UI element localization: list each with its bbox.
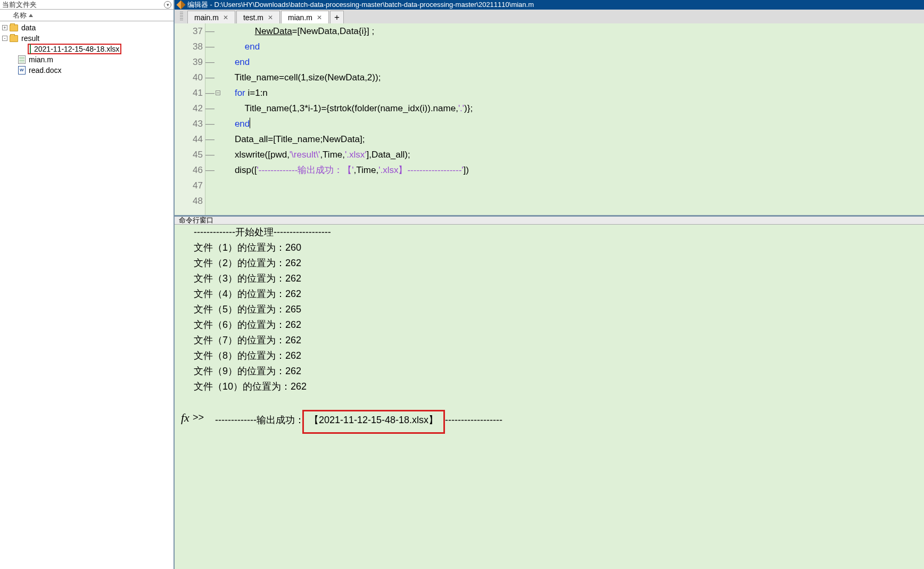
file-name: mian.m xyxy=(29,55,53,64)
current-folder-title: 当前文件夹 xyxy=(2,0,37,10)
command-output-line: -------------开始处理------------------ xyxy=(194,225,924,240)
file-item[interactable]: read.docx xyxy=(0,65,174,76)
expander-icon[interactable]: + xyxy=(2,25,7,30)
tab-label: test.m xyxy=(243,13,263,22)
breakpoint-column[interactable]: —————————— xyxy=(205,23,214,215)
fold-column[interactable] xyxy=(214,23,221,215)
editor-tab[interactable]: test.m✕ xyxy=(236,11,280,23)
editor-title-text: 编辑器 - D:\Users\HY\Downloads\batch-data-p… xyxy=(187,0,534,10)
file-tree[interactable]: +data-result2021-11-12-15-48-18.xlsxmian… xyxy=(0,21,174,569)
command-output-line: 文件（7）的位置为：262 xyxy=(194,333,924,348)
code-line[interactable]: Title_name(1,3*i-1)={strtok(folder(name_… xyxy=(225,101,924,116)
tab-label: main.m xyxy=(194,13,219,22)
command-output-line: 文件（5）的位置为：265 xyxy=(194,302,924,317)
editor-tab[interactable]: main.m✕ xyxy=(187,11,235,23)
editor-tab-bar: main.m✕test.m✕mian.m✕ + xyxy=(175,10,924,23)
code-line[interactable]: disp(['-------------输出成功：【',Time,'.xlsx】… xyxy=(225,162,924,178)
command-output-line: 文件（2）的位置为：262 xyxy=(194,255,924,271)
code-line[interactable] xyxy=(225,193,924,209)
command-window[interactable]: -------------开始处理------------------文件（1）… xyxy=(175,225,924,569)
code-editor[interactable]: 373839404142434445464748 —————————— NewD… xyxy=(175,23,924,215)
line-gutter: 373839404142434445464748 xyxy=(175,23,205,215)
col-name-label: 名称 xyxy=(13,11,27,20)
code-line[interactable]: NewData=[NewData,Data{i}] ; xyxy=(225,23,924,39)
code-area[interactable]: NewData=[NewData,Data{i}] ; end end Titl… xyxy=(221,23,924,215)
command-window-title: 命令行窗口 xyxy=(179,216,213,225)
editor-title-bar: 编辑器 - D:\Users\HY\Downloads\batch-data-p… xyxy=(175,0,924,10)
command-prompt[interactable]: fx >> xyxy=(181,410,911,425)
tab-grip-icon[interactable] xyxy=(180,12,183,21)
folder-name: data xyxy=(21,23,36,32)
folder-icon xyxy=(10,24,18,31)
command-window-title-bar: 命令行窗口 xyxy=(175,215,924,225)
command-output-line: 文件（1）的位置为：260 xyxy=(194,240,924,255)
code-line[interactable]: end xyxy=(225,54,924,70)
command-output-line: 文件（10）的位置为：262 xyxy=(194,379,924,394)
xlsx-file-icon xyxy=(30,44,31,54)
prompt-symbol: >> xyxy=(193,410,204,425)
current-folder-panel: 当前文件夹 ▾ 名称 +data-result2021-11-12-15-48-… xyxy=(0,0,175,569)
command-output-line: 文件（4）的位置为：262 xyxy=(194,286,924,302)
code-line[interactable]: end xyxy=(225,39,924,54)
folder-icon xyxy=(10,35,18,42)
file-name: read.docx xyxy=(29,66,61,75)
editor-tab[interactable]: mian.m✕ xyxy=(281,11,329,23)
new-tab-button[interactable]: + xyxy=(330,11,344,23)
sort-asc-icon xyxy=(29,14,33,17)
code-line[interactable]: Title_name=cell(1,size(NewData,2)); xyxy=(225,70,924,85)
code-line[interactable]: for i=1:n xyxy=(225,85,924,101)
close-tab-icon[interactable]: ✕ xyxy=(223,14,228,21)
tab-label: mian.m xyxy=(288,13,312,22)
folder-item[interactable]: +data xyxy=(0,22,174,33)
code-line[interactable]: xlswrite([pwd,'\result\',Time,'.xlsx'],D… xyxy=(225,147,924,162)
code-line[interactable]: Data_all=[Title_name;NewData]; xyxy=(225,131,924,147)
code-line[interactable]: end xyxy=(225,116,924,131)
current-folder-title-bar: 当前文件夹 ▾ xyxy=(0,0,174,10)
command-output-line: 文件（6）的位置为：262 xyxy=(194,317,924,333)
word-file-icon xyxy=(18,66,26,75)
file-name: 2021-11-12-15-48-18.xlsx xyxy=(34,45,119,53)
file-item[interactable]: mian.m xyxy=(0,54,174,65)
expander-icon[interactable]: - xyxy=(2,36,7,41)
panel-menu-button[interactable]: ▾ xyxy=(164,1,171,9)
right-panel: 编辑器 - D:\Users\HY\Downloads\batch-data-p… xyxy=(175,0,924,569)
command-output-line: 文件（8）的位置为：262 xyxy=(194,348,924,364)
output-success-line: -------------输出成功：【2021-11-12-15-48-18.x… xyxy=(194,394,924,410)
green-file-icon xyxy=(18,55,26,64)
folder-name: result xyxy=(21,34,39,43)
folder-item[interactable]: -result xyxy=(0,33,174,44)
fold-toggle-icon[interactable] xyxy=(216,90,220,95)
highlighted-file: 2021-11-12-15-48-18.xlsx xyxy=(28,44,121,54)
code-line[interactable] xyxy=(225,178,924,193)
file-col-header[interactable]: 名称 xyxy=(0,10,174,21)
editor-icon xyxy=(177,1,186,10)
close-tab-icon[interactable]: ✕ xyxy=(268,14,273,21)
file-item[interactable]: 2021-11-12-15-48-18.xlsx xyxy=(0,44,174,54)
fx-icon[interactable]: fx xyxy=(181,410,189,425)
command-output-line: 文件（3）的位置为：262 xyxy=(194,271,924,286)
close-tab-icon[interactable]: ✕ xyxy=(317,14,322,21)
command-output-line: 文件（9）的位置为：262 xyxy=(194,364,924,379)
